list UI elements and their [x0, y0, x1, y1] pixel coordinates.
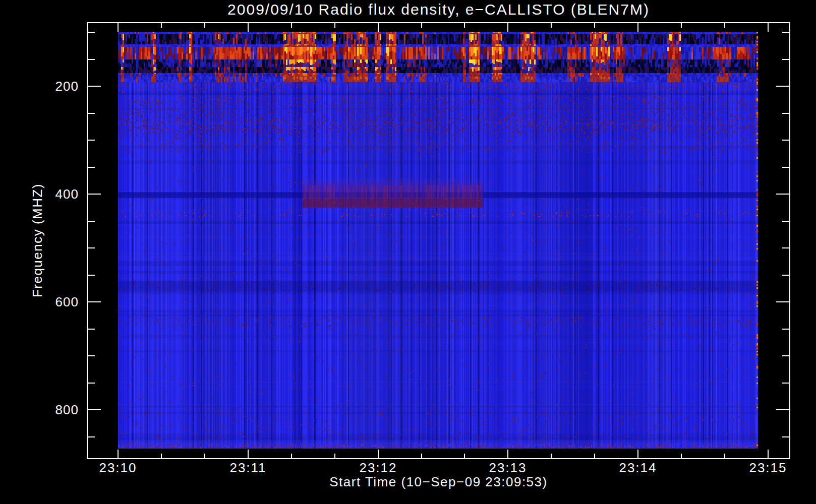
axis-tick — [88, 32, 95, 33]
axis-tick — [248, 23, 249, 32]
axis-tick — [88, 383, 95, 384]
axis-tick — [88, 167, 95, 168]
axis-tick — [637, 450, 638, 458]
axis-tick — [782, 167, 789, 168]
axis-tick — [204, 454, 205, 458]
axis-tick — [421, 23, 422, 28]
axis-tick — [594, 454, 595, 458]
axis-tick — [782, 59, 789, 60]
axis-tick — [88, 301, 101, 302]
axis-tick — [378, 450, 379, 458]
axis-tick — [782, 113, 789, 114]
x-tick-label-2311: 23:11 — [213, 460, 283, 476]
axis-tick — [88, 355, 95, 356]
axis-tick — [291, 454, 292, 458]
axis-tick — [88, 59, 95, 60]
y-tick-label-600: 600 — [22, 294, 79, 310]
axis-tick — [161, 454, 162, 458]
axis-tick — [334, 454, 335, 458]
axis-tick — [594, 23, 595, 28]
chart-title: 2009/09/10 Radio flux density, e−CALLIST… — [87, 1, 790, 18]
axis-tick — [776, 194, 789, 195]
axis-tick — [118, 23, 119, 32]
axis-tick — [88, 194, 101, 195]
x-tick-label-2314: 23:14 — [603, 460, 673, 476]
axis-tick — [681, 454, 682, 458]
x-axis-label: Start Time (10−Sep−09 23:09:53) — [87, 474, 790, 490]
axis-tick — [378, 23, 379, 32]
axis-tick — [681, 23, 682, 28]
axis-tick — [421, 454, 422, 458]
y-tick-label-200: 200 — [22, 79, 79, 94]
axis-tick — [637, 23, 638, 32]
axis-tick — [464, 23, 465, 28]
axis-tick — [291, 23, 292, 28]
axis-tick — [782, 247, 789, 248]
axis-tick — [782, 436, 789, 437]
axis-tick — [88, 113, 95, 114]
axis-tick — [776, 301, 789, 302]
axis-tick — [551, 454, 552, 458]
axis-tick — [724, 23, 725, 28]
axis-tick — [551, 23, 552, 28]
x-tick-label-2313: 23:13 — [473, 460, 543, 476]
axis-tick — [776, 409, 789, 410]
axis-tick — [464, 454, 465, 458]
axis-tick — [88, 409, 101, 410]
axis-tick — [782, 383, 789, 384]
axis-tick — [88, 221, 95, 222]
axis-tick — [118, 450, 119, 458]
axis-tick — [88, 140, 95, 141]
axis-tick — [782, 355, 789, 356]
x-tick-label-2315: 23:15 — [733, 460, 803, 476]
axis-tick — [782, 140, 789, 141]
axis-tick — [88, 275, 95, 276]
plot-frame — [87, 22, 790, 459]
axis-tick — [161, 23, 162, 28]
axis-tick — [248, 450, 249, 458]
axis-tick — [507, 23, 508, 32]
axis-tick — [334, 23, 335, 28]
y-tick-label-800: 800 — [22, 402, 79, 418]
axis-tick — [782, 221, 789, 222]
x-tick-label-2312: 23:12 — [343, 460, 414, 476]
axis-tick — [88, 247, 95, 248]
axis-tick — [782, 275, 789, 276]
axis-tick — [88, 329, 95, 330]
axis-tick — [724, 454, 725, 458]
axis-tick — [776, 86, 789, 87]
axis-tick — [768, 23, 769, 32]
axis-tick — [507, 450, 508, 458]
axis-tick — [782, 329, 789, 330]
axis-tick — [88, 436, 95, 437]
axis-tick — [204, 23, 205, 28]
axis-tick — [768, 450, 769, 458]
axis-tick — [88, 86, 101, 87]
y-tick-label-400: 400 — [22, 186, 79, 202]
axis-tick — [782, 32, 789, 33]
x-tick-label-2310: 23:10 — [83, 460, 153, 476]
